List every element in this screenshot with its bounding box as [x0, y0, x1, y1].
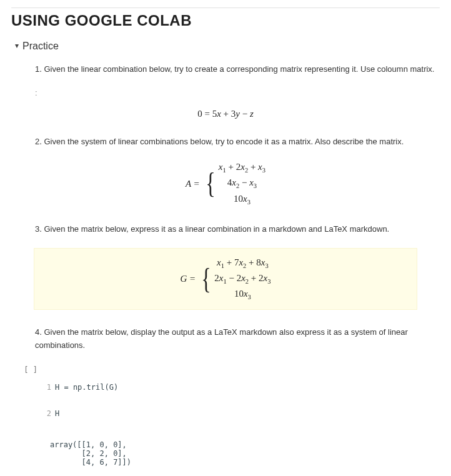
eq2-label: A =: [186, 179, 200, 189]
equation-1: 0 = 5x + 3y − z: [11, 109, 440, 119]
code-cell[interactable]: [ ] 1H = np.tril(G) 2H: [20, 365, 440, 435]
eq2-row3: 10x3: [219, 192, 265, 207]
page-title: USING GOOGLE COLAB: [11, 12, 440, 29]
cell-gutter: [ ]: [20, 365, 42, 435]
chevron-down-icon: ▾: [15, 41, 19, 50]
practice-section-header[interactable]: ▾ Practice: [15, 41, 440, 52]
eq3-label: G =: [180, 274, 196, 284]
code-line: H = np.tril(G): [55, 383, 118, 392]
eq3-row1: x1 + 7x2 + 8x3: [214, 256, 270, 270]
highlight-box: G = { x1 + 7x2 + 8x3 2x1 − 2x2 + 2x3 10x…: [34, 248, 417, 310]
problem-3-text: 3. Given the matrix below, express it as…: [35, 223, 440, 236]
equation-3: G = { x1 + 7x2 + 8x3 2x1 − 2x2 + 2x3 10x…: [39, 256, 412, 302]
equation-2: A = { x1 + 2x2 + x3 4x2 − x3 10x3: [11, 161, 440, 207]
problem-2-text: 2. Given the system of linear combinatio…: [35, 136, 440, 148]
problem-4-text: 4. Given the matrix below, display the o…: [35, 326, 440, 351]
eq3-row3: 10x3: [214, 287, 270, 302]
eq2-row2: 4x2 − x3: [219, 176, 265, 191]
code-lines: 1H = np.tril(G) 2H: [42, 365, 118, 435]
section-title: Practice: [22, 41, 59, 52]
eq3-row2: 2x1 − 2x2 + 2x3: [214, 272, 270, 286]
colon-marker: :: [35, 88, 440, 97]
code-line: H: [55, 409, 59, 418]
eq2-row1: x1 + 2x2 + x3: [219, 161, 265, 175]
top-rule: [11, 7, 440, 8]
problem-1-text: 1. Given the linear combination below, t…: [35, 63, 440, 76]
left-brace-icon: {: [206, 169, 215, 198]
cell-output: array([[1, 0, 0], [2, 2, 0], [4, 6, 7]]): [50, 440, 440, 467]
left-brace-icon: {: [202, 265, 211, 294]
